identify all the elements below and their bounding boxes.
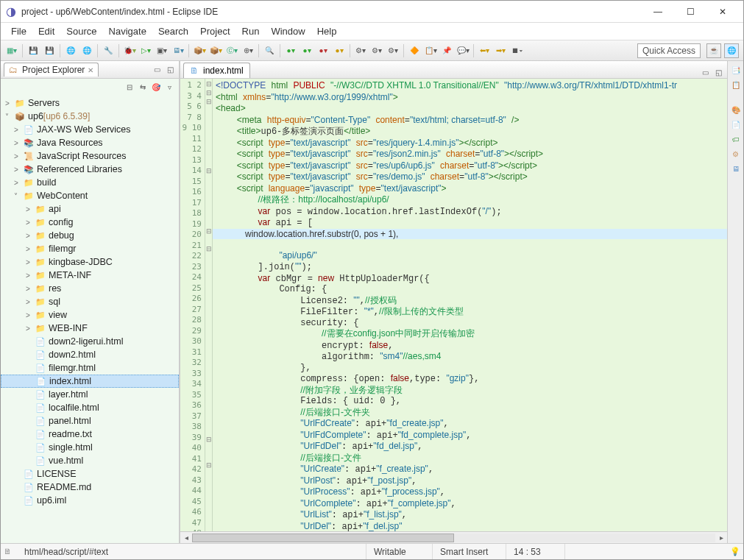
tree-node-filemgr-html[interactable]: 📄filemgr.html — [1, 361, 179, 375]
ann-icon[interactable]: 💬▾ — [456, 44, 470, 57]
menu-navigate[interactable]: Navigate — [103, 24, 152, 38]
menu-window[interactable]: Window — [265, 24, 311, 38]
explorer-tab[interactable]: 🗂 Project Explorer ✕ — [4, 63, 99, 77]
open-type2-icon[interactable]: 🔶 — [408, 44, 421, 57]
focus-icon[interactable]: 🎯 — [150, 81, 162, 93]
tree-node-view[interactable]: >📁view — [1, 308, 179, 322]
tree-node-localfile-html[interactable]: 📄localfile.html — [1, 401, 179, 414]
tree-node-panel-html[interactable]: 📄panel.html — [1, 414, 179, 428]
editor-minimize-icon[interactable]: ▭ — [699, 66, 711, 78]
tree-node-api[interactable]: >📁api — [1, 202, 179, 216]
menu-source[interactable]: Source — [60, 24, 102, 38]
cfg1-icon[interactable]: ⚙▾ — [354, 44, 367, 57]
server-icon[interactable]: 🖥▾ — [171, 44, 185, 57]
maximize-view-icon[interactable]: ◱ — [164, 64, 176, 76]
perspective-jee-icon[interactable]: 🌐 — [724, 43, 739, 58]
tree-node-javascript-resources[interactable]: >📜JavaScript Resources — [1, 149, 179, 163]
tree-node-down2-ligerui-html[interactable]: 📄down2-ligerui.html — [1, 335, 179, 348]
props-icon[interactable]: ⚙ — [730, 148, 742, 160]
search-icon[interactable]: 🔍 — [263, 44, 276, 57]
tree-node-readme-md[interactable]: 📄README.md — [1, 481, 179, 494]
new-proj-icon[interactable]: 📦▾ — [193, 44, 206, 57]
run-icon[interactable]: ▷▾ — [139, 44, 152, 57]
minimize-view-icon[interactable]: ▭ — [151, 64, 163, 76]
web2-icon[interactable]: 🌐 — [80, 44, 93, 57]
debug-icon[interactable]: 🐞▾ — [123, 44, 136, 57]
wrench-icon[interactable]: 🔧 — [102, 44, 115, 57]
save-all-icon[interactable]: 💾 — [43, 44, 56, 57]
markers-icon[interactable]: 🏷 — [730, 133, 742, 145]
menu-run[interactable]: Run — [236, 24, 266, 38]
tree-node-web-inf[interactable]: >📁WEB-INF — [1, 322, 179, 335]
tree-node-up6[interactable]: ˅📦up6 [up6 6.5.39] — [1, 110, 179, 123]
tree-node-down2-html[interactable]: 📄down2.html — [1, 348, 179, 361]
scroll-right-icon[interactable]: ▸ — [715, 534, 727, 542]
new-icon[interactable]: ▦▾ — [5, 44, 18, 57]
back-icon[interactable]: ⬅▾ — [478, 44, 491, 57]
tree-node-sql[interactable]: >📁sql — [1, 295, 179, 308]
menu-search[interactable]: Search — [152, 24, 194, 38]
snippets-icon[interactable]: 📄 — [730, 118, 742, 130]
tree-node-java-resources[interactable]: >📚Java Resources — [1, 136, 179, 149]
tree-node-webcontent[interactable]: ˅📁WebContent — [1, 189, 179, 202]
editor-maximize-icon[interactable]: ◱ — [712, 66, 724, 78]
collapse-all-icon[interactable]: ⊟ — [124, 81, 135, 93]
new-class-icon[interactable]: Ⓒ▾ — [225, 44, 238, 57]
menu-file[interactable]: File — [5, 24, 32, 38]
menu-project[interactable]: Project — [194, 24, 235, 38]
line-gutter[interactable]: 1 2 3 4 5 6 7 8 9 10 11 12 13 14 15 16 1… — [180, 79, 205, 531]
tree-node-vue-html[interactable]: 📄vue.html — [1, 454, 179, 467]
palette-icon[interactable]: 🎨 — [730, 104, 742, 116]
home-icon[interactable]: ⏹▾ — [510, 44, 523, 57]
project-tree[interactable]: >📁Servers˅📦up6 [up6 6.5.39]>📄JAX-WS Web … — [1, 95, 179, 543]
tree-node-res[interactable]: >📁res — [1, 282, 179, 295]
fold-column[interactable]: ⊟⊟⊟⊟⊟⊟⊟⊟ — [205, 79, 213, 531]
maximize-button[interactable]: ☐ — [674, 1, 706, 22]
menu-edit[interactable]: Edit — [32, 24, 60, 38]
scroll-left-icon[interactable]: ◂ — [180, 534, 192, 542]
tree-node-layer-html[interactable]: 📄layer.html — [1, 388, 179, 401]
task-icon[interactable]: 📋▾ — [424, 44, 437, 57]
ext-run-icon[interactable]: ●▾ — [284, 44, 297, 57]
tree-node-config[interactable]: >📁config — [1, 216, 179, 229]
web-icon[interactable]: 🌐 — [64, 44, 77, 57]
minimize-button[interactable]: — — [642, 1, 674, 22]
tree-node-jax-ws-web-services[interactable]: >📄JAX-WS Web Services — [1, 123, 179, 136]
menu-help[interactable]: Help — [311, 24, 343, 38]
tree-node-build[interactable]: >📁build — [1, 176, 179, 189]
open-type-icon[interactable]: ⊕▾ — [241, 44, 255, 57]
perspective-java-icon[interactable]: ☕ — [706, 43, 721, 58]
new-pkg-icon[interactable]: 📦▾ — [209, 44, 222, 57]
ext-run2-icon[interactable]: ●▾ — [300, 44, 313, 57]
editor-tab-index[interactable]: 🗎 index.html — [183, 63, 250, 78]
close-icon[interactable]: ✕ — [88, 66, 93, 74]
tree-node-license[interactable]: 📄LICENSE — [1, 467, 179, 481]
save-icon[interactable]: 💾 — [26, 44, 40, 57]
cfg3-icon[interactable]: ⚙▾ — [386, 44, 400, 57]
cfg2-icon[interactable]: ⚙▾ — [370, 44, 383, 57]
outline-icon[interactable]: 📑 — [730, 64, 742, 76]
quick-access[interactable]: Quick Access — [637, 43, 701, 58]
ext-cov-icon[interactable]: ●▾ — [333, 44, 346, 57]
fwd-icon[interactable]: ➡▾ — [494, 44, 507, 57]
tree-node-kingbase-jdbc[interactable]: >📁kingbase-JDBC — [1, 255, 179, 269]
profile-icon[interactable]: ▣▾ — [155, 44, 169, 57]
mark-icon[interactable]: 📌 — [440, 44, 453, 57]
tree-node-servers[interactable]: >📁Servers — [1, 96, 179, 110]
tree-node-meta-inf[interactable]: >📁META-INF — [1, 269, 179, 282]
servers-icon[interactable]: 🖥 — [730, 163, 742, 174]
tree-node-debug[interactable]: >📁debug — [1, 229, 179, 242]
task-list-icon[interactable]: 📋 — [730, 79, 742, 91]
ext-debug-icon[interactable]: ●▾ — [316, 44, 330, 57]
tree-node-up6-iml[interactable]: 📄up6.iml — [1, 494, 179, 507]
view-menu-icon[interactable]: ▿ — [163, 81, 175, 93]
code-editor[interactable]: <!DOCTYPE html PUBLIC "-//W3C//DTD XHTML… — [213, 79, 727, 531]
tree-node-readme-txt[interactable]: 📄readme.txt — [1, 428, 179, 441]
tree-node-referenced-libraries[interactable]: >📚Referenced Libraries — [1, 163, 179, 176]
horizontal-scrollbar[interactable]: ◂ ▸ — [180, 531, 727, 543]
close-button[interactable]: ✕ — [706, 1, 739, 22]
tree-node-index-html[interactable]: 📄index.html — [1, 375, 179, 388]
tree-node-filemgr[interactable]: >📁filemgr — [1, 242, 179, 255]
tree-node-single-html[interactable]: 📄single.html — [1, 441, 179, 454]
link-editor-icon[interactable]: ⇆ — [137, 81, 149, 93]
